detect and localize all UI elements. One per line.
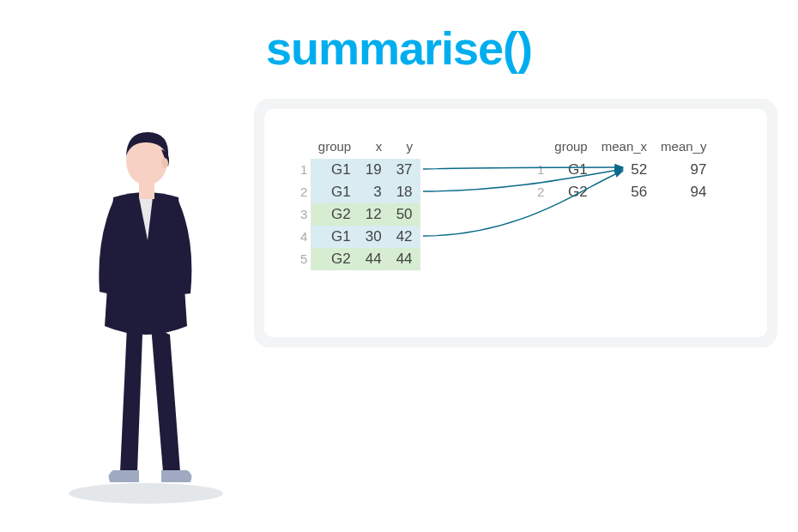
- col-header: group: [547, 139, 594, 159]
- table-cell: 3: [293, 203, 311, 226]
- table-cell: 52: [595, 159, 654, 181]
- table-cell: 37: [389, 159, 420, 181]
- table-row: 1G15297: [530, 159, 713, 181]
- table-cell: 44: [389, 248, 420, 270]
- table-cell: 97: [654, 159, 713, 181]
- table-row: 2G25694: [530, 181, 713, 203]
- table-cell: 5: [293, 248, 311, 270]
- table-cell: G1: [311, 181, 358, 203]
- table-cell: G2: [311, 203, 358, 226]
- table-row: 1G11937: [293, 159, 420, 181]
- diagram-canvas: group x y 1G119372G13183G212504G130425G2…: [264, 109, 767, 337]
- input-table: group x y 1G119372G13183G212504G130425G2…: [293, 139, 420, 270]
- table-cell: 44: [358, 248, 389, 270]
- output-table: group mean_x mean_y 1G152972G25694: [530, 139, 713, 203]
- table-cell: 42: [389, 226, 420, 248]
- col-header: x: [358, 139, 389, 159]
- table-cell: 2: [530, 181, 547, 203]
- table-cell: G1: [547, 159, 594, 181]
- table-row: 3G21250: [293, 203, 420, 226]
- person-illustration: [43, 112, 249, 506]
- table-row: 2G1318: [293, 181, 420, 203]
- col-header: mean_x: [595, 139, 654, 159]
- table-cell: 2: [293, 181, 311, 203]
- table-cell: 94: [654, 181, 713, 203]
- diagram-panel: group x y 1G119372G13183G212504G130425G2…: [254, 99, 777, 348]
- table-cell: G1: [311, 226, 358, 248]
- table-cell: 18: [389, 181, 420, 203]
- table-row: 5G24444: [293, 248, 420, 270]
- col-header: y: [389, 139, 420, 159]
- table-cell: 12: [358, 203, 389, 226]
- table-cell: 56: [595, 181, 654, 203]
- col-header: mean_y: [654, 139, 713, 159]
- table-row: 4G13042: [293, 226, 420, 248]
- page-title: summarise(): [0, 21, 798, 75]
- svg-point-4: [161, 158, 168, 168]
- table-cell: 50: [389, 203, 420, 226]
- table-cell: 30: [358, 226, 389, 248]
- table-cell: 19: [358, 159, 389, 181]
- table-cell: G2: [547, 181, 594, 203]
- svg-point-1: [69, 483, 223, 504]
- table-cell: G1: [311, 159, 358, 181]
- table-cell: G2: [311, 248, 358, 270]
- table-cell: 1: [293, 159, 311, 181]
- table-cell: 3: [358, 181, 389, 203]
- col-header: group: [311, 139, 358, 159]
- table-cell: 1: [530, 159, 547, 181]
- table-cell: 4: [293, 226, 311, 248]
